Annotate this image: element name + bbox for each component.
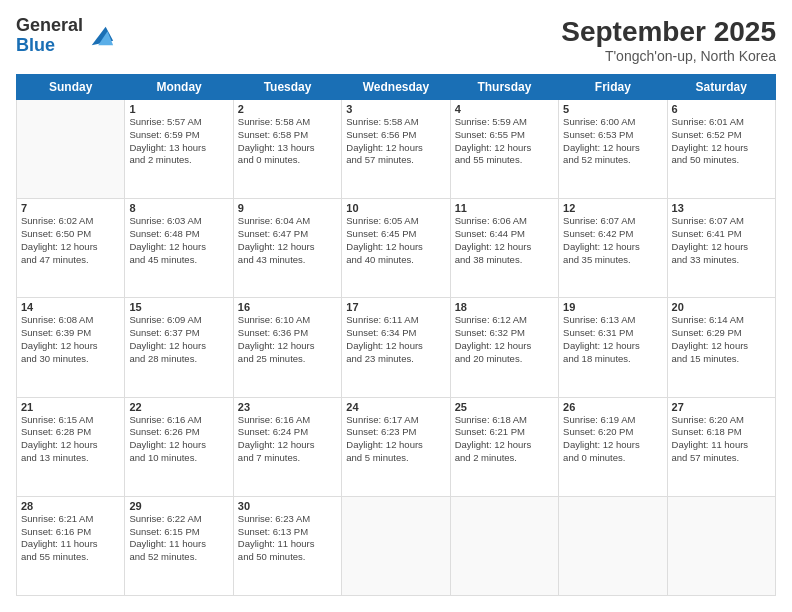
calendar-cell: 17Sunrise: 6:11 AMSunset: 6:34 PMDayligh…: [342, 298, 450, 397]
header-tuesday: Tuesday: [233, 75, 341, 100]
day-number: 3: [346, 103, 445, 115]
day-number: 6: [672, 103, 771, 115]
calendar-cell: 28Sunrise: 6:21 AMSunset: 6:16 PMDayligh…: [17, 496, 125, 595]
calendar-cell: 13Sunrise: 6:07 AMSunset: 6:41 PMDayligh…: [667, 199, 775, 298]
day-number: 28: [21, 500, 120, 512]
day-info: Sunrise: 6:06 AMSunset: 6:44 PMDaylight:…: [455, 215, 554, 266]
day-info: Sunrise: 5:59 AMSunset: 6:55 PMDaylight:…: [455, 116, 554, 167]
calendar-cell: 19Sunrise: 6:13 AMSunset: 6:31 PMDayligh…: [559, 298, 667, 397]
day-number: 17: [346, 301, 445, 313]
day-info: Sunrise: 6:17 AMSunset: 6:23 PMDaylight:…: [346, 414, 445, 465]
day-info: Sunrise: 6:12 AMSunset: 6:32 PMDaylight:…: [455, 314, 554, 365]
day-number: 1: [129, 103, 228, 115]
day-number: 24: [346, 401, 445, 413]
header-friday: Friday: [559, 75, 667, 100]
day-number: 16: [238, 301, 337, 313]
day-info: Sunrise: 6:10 AMSunset: 6:36 PMDaylight:…: [238, 314, 337, 365]
calendar-cell: 27Sunrise: 6:20 AMSunset: 6:18 PMDayligh…: [667, 397, 775, 496]
logo-general: General: [16, 16, 83, 36]
calendar-cell: 12Sunrise: 6:07 AMSunset: 6:42 PMDayligh…: [559, 199, 667, 298]
title-section: September 2025 T'ongch'on-up, North Kore…: [561, 16, 776, 64]
day-info: Sunrise: 6:21 AMSunset: 6:16 PMDaylight:…: [21, 513, 120, 564]
day-number: 12: [563, 202, 662, 214]
day-number: 14: [21, 301, 120, 313]
logo-icon: [87, 22, 115, 50]
day-number: 20: [672, 301, 771, 313]
day-info: Sunrise: 6:02 AMSunset: 6:50 PMDaylight:…: [21, 215, 120, 266]
calendar-cell: 11Sunrise: 6:06 AMSunset: 6:44 PMDayligh…: [450, 199, 558, 298]
calendar-week-3: 21Sunrise: 6:15 AMSunset: 6:28 PMDayligh…: [17, 397, 776, 496]
day-number: 7: [21, 202, 120, 214]
calendar-week-0: 1Sunrise: 5:57 AMSunset: 6:59 PMDaylight…: [17, 100, 776, 199]
calendar-cell: [342, 496, 450, 595]
calendar-cell: 24Sunrise: 6:17 AMSunset: 6:23 PMDayligh…: [342, 397, 450, 496]
day-number: 26: [563, 401, 662, 413]
calendar-cell: 22Sunrise: 6:16 AMSunset: 6:26 PMDayligh…: [125, 397, 233, 496]
header-sunday: Sunday: [17, 75, 125, 100]
calendar-cell: 23Sunrise: 6:16 AMSunset: 6:24 PMDayligh…: [233, 397, 341, 496]
day-number: 30: [238, 500, 337, 512]
calendar-cell: 30Sunrise: 6:23 AMSunset: 6:13 PMDayligh…: [233, 496, 341, 595]
day-info: Sunrise: 6:19 AMSunset: 6:20 PMDaylight:…: [563, 414, 662, 465]
day-info: Sunrise: 6:11 AMSunset: 6:34 PMDaylight:…: [346, 314, 445, 365]
day-info: Sunrise: 6:09 AMSunset: 6:37 PMDaylight:…: [129, 314, 228, 365]
calendar-cell: [559, 496, 667, 595]
calendar-cell: [450, 496, 558, 595]
day-info: Sunrise: 6:15 AMSunset: 6:28 PMDaylight:…: [21, 414, 120, 465]
day-info: Sunrise: 6:20 AMSunset: 6:18 PMDaylight:…: [672, 414, 771, 465]
day-info: Sunrise: 5:58 AMSunset: 6:56 PMDaylight:…: [346, 116, 445, 167]
calendar-table: Sunday Monday Tuesday Wednesday Thursday…: [16, 74, 776, 596]
calendar-cell: 15Sunrise: 6:09 AMSunset: 6:37 PMDayligh…: [125, 298, 233, 397]
day-info: Sunrise: 6:07 AMSunset: 6:41 PMDaylight:…: [672, 215, 771, 266]
calendar-cell: 21Sunrise: 6:15 AMSunset: 6:28 PMDayligh…: [17, 397, 125, 496]
day-info: Sunrise: 6:03 AMSunset: 6:48 PMDaylight:…: [129, 215, 228, 266]
day-number: 9: [238, 202, 337, 214]
calendar-cell: 16Sunrise: 6:10 AMSunset: 6:36 PMDayligh…: [233, 298, 341, 397]
calendar-cell: 10Sunrise: 6:05 AMSunset: 6:45 PMDayligh…: [342, 199, 450, 298]
header: General Blue September 2025 T'ongch'on-u…: [16, 16, 776, 64]
calendar-cell: 6Sunrise: 6:01 AMSunset: 6:52 PMDaylight…: [667, 100, 775, 199]
calendar-cell: 29Sunrise: 6:22 AMSunset: 6:15 PMDayligh…: [125, 496, 233, 595]
calendar-cell: 26Sunrise: 6:19 AMSunset: 6:20 PMDayligh…: [559, 397, 667, 496]
day-info: Sunrise: 6:13 AMSunset: 6:31 PMDaylight:…: [563, 314, 662, 365]
calendar-subtitle: T'ongch'on-up, North Korea: [561, 48, 776, 64]
page: General Blue September 2025 T'ongch'on-u…: [0, 0, 792, 612]
day-number: 15: [129, 301, 228, 313]
day-number: 8: [129, 202, 228, 214]
header-thursday: Thursday: [450, 75, 558, 100]
logo-blue: Blue: [16, 36, 83, 56]
day-info: Sunrise: 6:23 AMSunset: 6:13 PMDaylight:…: [238, 513, 337, 564]
day-number: 10: [346, 202, 445, 214]
day-number: 23: [238, 401, 337, 413]
day-info: Sunrise: 6:18 AMSunset: 6:21 PMDaylight:…: [455, 414, 554, 465]
day-number: 21: [21, 401, 120, 413]
day-number: 4: [455, 103, 554, 115]
header-wednesday: Wednesday: [342, 75, 450, 100]
calendar-cell: 2Sunrise: 5:58 AMSunset: 6:58 PMDaylight…: [233, 100, 341, 199]
calendar-cell: 7Sunrise: 6:02 AMSunset: 6:50 PMDaylight…: [17, 199, 125, 298]
day-info: Sunrise: 5:57 AMSunset: 6:59 PMDaylight:…: [129, 116, 228, 167]
day-number: 19: [563, 301, 662, 313]
calendar-week-1: 7Sunrise: 6:02 AMSunset: 6:50 PMDaylight…: [17, 199, 776, 298]
header-saturday: Saturday: [667, 75, 775, 100]
day-info: Sunrise: 6:16 AMSunset: 6:24 PMDaylight:…: [238, 414, 337, 465]
day-number: 18: [455, 301, 554, 313]
calendar-week-2: 14Sunrise: 6:08 AMSunset: 6:39 PMDayligh…: [17, 298, 776, 397]
calendar-cell: 18Sunrise: 6:12 AMSunset: 6:32 PMDayligh…: [450, 298, 558, 397]
header-monday: Monday: [125, 75, 233, 100]
logo: General Blue: [16, 16, 115, 56]
day-number: 22: [129, 401, 228, 413]
day-number: 25: [455, 401, 554, 413]
day-info: Sunrise: 6:08 AMSunset: 6:39 PMDaylight:…: [21, 314, 120, 365]
calendar-title: September 2025: [561, 16, 776, 48]
day-number: 2: [238, 103, 337, 115]
calendar-cell: [17, 100, 125, 199]
day-info: Sunrise: 6:16 AMSunset: 6:26 PMDaylight:…: [129, 414, 228, 465]
day-info: Sunrise: 6:00 AMSunset: 6:53 PMDaylight:…: [563, 116, 662, 167]
day-number: 5: [563, 103, 662, 115]
day-info: Sunrise: 6:14 AMSunset: 6:29 PMDaylight:…: [672, 314, 771, 365]
calendar-cell: 8Sunrise: 6:03 AMSunset: 6:48 PMDaylight…: [125, 199, 233, 298]
calendar-cell: 20Sunrise: 6:14 AMSunset: 6:29 PMDayligh…: [667, 298, 775, 397]
day-number: 27: [672, 401, 771, 413]
day-info: Sunrise: 6:01 AMSunset: 6:52 PMDaylight:…: [672, 116, 771, 167]
